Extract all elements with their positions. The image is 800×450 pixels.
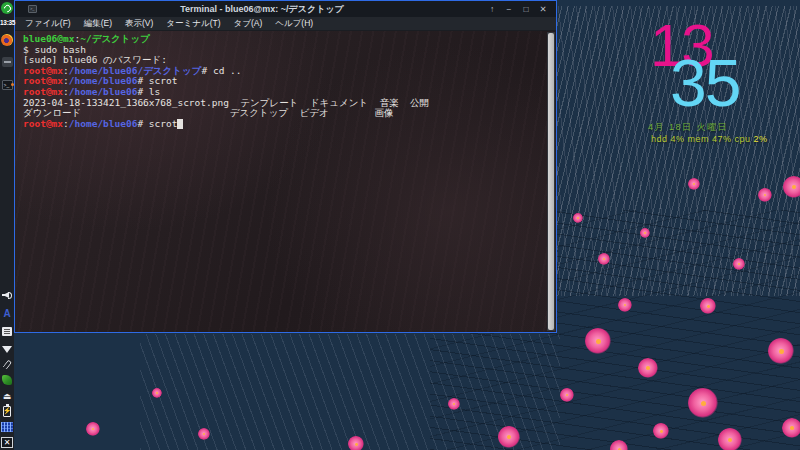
terminal-scrollbar[interactable] — [547, 32, 555, 331]
flower — [86, 422, 100, 436]
menubar: ファイル(F) 編集(E) 表示(V) ターミナル(T) タブ(A) ヘルプ(H… — [15, 17, 556, 31]
menu-edit[interactable]: 編集(E) — [84, 18, 112, 30]
flower — [718, 428, 742, 450]
terminal-window: >_ Terminal - blue06@mx: ~/デスクトップ ↑ − □ … — [14, 0, 557, 333]
terminal-line: $ sudo bash — [23, 45, 542, 56]
flower — [733, 258, 745, 270]
terminal-line: root@mx:/home/blue06# scrot — [23, 119, 542, 130]
input-method-icon[interactable]: A — [1, 307, 13, 319]
menu-tabs[interactable]: タブ(A) — [234, 18, 263, 30]
titlebar[interactable]: >_ Terminal - blue06@mx: ~/デスクトップ ↑ − □ … — [15, 1, 556, 17]
flower — [198, 428, 210, 440]
window-title: Terminal - blue06@mx: ~/デスクトップ — [37, 3, 487, 16]
flower — [573, 213, 583, 223]
close-button[interactable]: ✕ — [538, 1, 548, 17]
tray-close-icon[interactable]: ✕ — [1, 436, 13, 448]
flower — [653, 423, 669, 439]
terminal-content-area[interactable]: blue06@mx:~/デスクトップ$ sudo bash[sudo] blue… — [15, 31, 556, 332]
flower — [152, 388, 162, 398]
flower — [688, 388, 718, 418]
minimize-button[interactable]: − — [504, 1, 514, 17]
taskbar-panel: 13:35 >_ A ⏏ ⚡ ✕ — [0, 0, 14, 450]
panel-clock[interactable]: 13:35 — [0, 19, 14, 26]
flower — [782, 418, 800, 438]
updater-icon[interactable] — [1, 374, 13, 386]
menu-file[interactable]: ファイル(F) — [25, 18, 71, 30]
flower — [700, 298, 716, 314]
flower — [783, 176, 800, 198]
scrollbar-thumb[interactable] — [548, 33, 554, 330]
flower — [560, 388, 574, 402]
desktop: 13 35 4月 18日 火曜日 hdd 4% mem 47% cpu 2% >… — [0, 0, 800, 450]
eject-icon[interactable]: ⏏ — [1, 390, 13, 402]
flower — [618, 298, 632, 312]
terminal-line: blue06@mx:~/デスクトップ — [23, 34, 542, 45]
flower — [688, 178, 700, 190]
menu-help[interactable]: ヘルプ(H) — [275, 18, 313, 30]
terminal-line: root@mx:/home/blue06/デスクトップ# cd .. — [23, 66, 542, 77]
network-funnel-icon[interactable] — [1, 343, 13, 355]
conky-minute: 35 — [670, 50, 739, 116]
flower — [585, 328, 611, 354]
maximize-button[interactable]: □ — [521, 1, 531, 17]
flower — [638, 358, 658, 378]
flower — [348, 436, 364, 450]
terminal-line: root@mx:/home/blue06# scrot — [23, 76, 542, 87]
net-monitor-icon[interactable] — [1, 421, 13, 433]
notes-icon[interactable] — [1, 325, 13, 337]
menu-terminal[interactable]: ターミナル(T) — [166, 18, 220, 30]
volume-icon[interactable] — [1, 289, 13, 301]
terminal-line: 2023-04-18-133421_1366x768_scrot.png テンプ… — [23, 98, 542, 109]
flower — [498, 426, 520, 448]
shade-button[interactable]: ↑ — [487, 1, 497, 17]
terminal-line: [sudo] blue06 のパスワード: — [23, 55, 542, 66]
conky-date: 4月 18日 火曜日 — [648, 121, 728, 134]
battery-icon[interactable]: ⚡ — [1, 405, 13, 417]
flower — [768, 338, 794, 364]
flower — [640, 228, 650, 238]
terminal-icon[interactable]: >_ — [1, 79, 13, 91]
file-drawer-icon[interactable] — [1, 56, 13, 68]
flower — [598, 253, 610, 265]
active-window-indicator — [11, 83, 14, 86]
terminal-window-icon: >_ — [28, 5, 37, 13]
terminal-line: ダウンロード デスクトップ ビデオ 画像 — [23, 108, 542, 119]
mx-menu-icon[interactable] — [1, 2, 13, 14]
mx-logo — [1, 2, 13, 14]
terminal-line: root@mx:/home/blue06# ls — [23, 87, 542, 98]
clipboard-icon[interactable] — [1, 358, 13, 370]
terminal-output: blue06@mx:~/デスクトップ$ sudo bash[sudo] blue… — [23, 34, 542, 129]
firefox-icon[interactable] — [1, 34, 13, 46]
flower — [448, 398, 460, 410]
menu-view[interactable]: 表示(V) — [125, 18, 153, 30]
conky-clock-widget: 13 35 4月 18日 火曜日 hdd 4% mem 47% cpu 2% — [638, 22, 800, 152]
conky-system-stats: hdd 4% mem 47% cpu 2% — [651, 134, 768, 144]
flower — [758, 188, 772, 202]
